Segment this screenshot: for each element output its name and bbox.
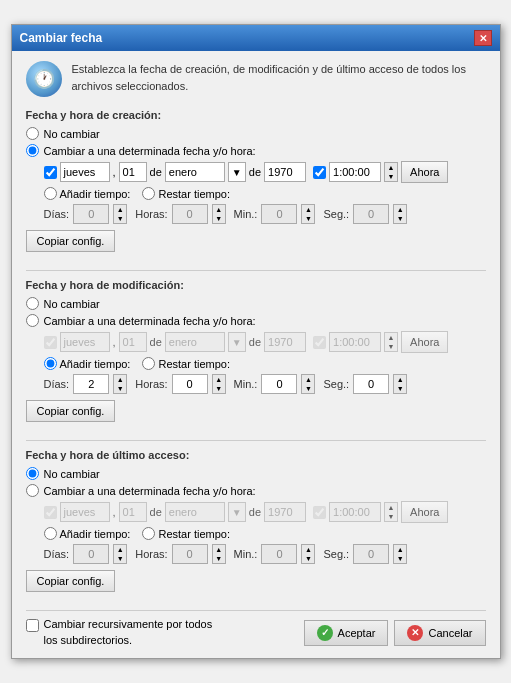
- creation-ahora-button[interactable]: Ahora: [401, 161, 448, 183]
- last-access-add-radio[interactable]: [44, 527, 57, 540]
- modification-change-to-radio[interactable]: [26, 314, 39, 327]
- modification-hours-spin-down[interactable]: ▼: [213, 384, 225, 393]
- modification-seg-spin[interactable]: ▲ ▼: [393, 374, 407, 394]
- last-access-seg-spin-up[interactable]: ▲: [394, 545, 406, 554]
- last-access-ahora-button[interactable]: Ahora: [401, 501, 448, 523]
- creation-seg-spin-down[interactable]: ▼: [394, 214, 406, 223]
- creation-change-to-radio[interactable]: [26, 144, 39, 157]
- modification-days-spin-down[interactable]: ▼: [114, 384, 126, 393]
- last-access-days-input[interactable]: [73, 544, 109, 564]
- creation-no-change-radio[interactable]: [26, 127, 39, 140]
- creation-month-field[interactable]: enero: [165, 162, 225, 182]
- modification-seg-spin-up[interactable]: ▲: [394, 375, 406, 384]
- last-access-change-to-label: Cambiar a una determinada fecha y/o hora…: [44, 485, 256, 497]
- creation-days-input[interactable]: [73, 204, 109, 224]
- last-access-days-spin-up[interactable]: ▲: [114, 545, 126, 554]
- creation-hours-input[interactable]: [172, 204, 208, 224]
- last-access-hours-spin[interactable]: ▲ ▼: [212, 544, 226, 564]
- modification-subtract-radio[interactable]: [142, 357, 155, 370]
- modification-hours-spin[interactable]: ▲ ▼: [212, 374, 226, 394]
- modification-seg-input[interactable]: [353, 374, 389, 394]
- last-access-day-num-field: 01: [119, 502, 147, 522]
- last-access-days-spin[interactable]: ▲ ▼: [113, 544, 127, 564]
- last-access-min-spin[interactable]: ▲ ▼: [301, 544, 315, 564]
- last-access-hours-spin-down[interactable]: ▼: [213, 554, 225, 563]
- creation-subtract-radio[interactable]: [142, 187, 155, 200]
- accept-button[interactable]: ✓ Aceptar: [304, 620, 389, 646]
- creation-days-spin-down[interactable]: ▼: [114, 214, 126, 223]
- creation-time-checkbox[interactable]: [313, 166, 326, 179]
- creation-time-spin-up[interactable]: ▲: [385, 163, 397, 172]
- last-access-time-checkbox: [313, 506, 326, 519]
- creation-min-spin-down[interactable]: ▼: [302, 214, 314, 223]
- modification-copy-button[interactable]: Copiar config.: [26, 400, 116, 422]
- creation-time-field[interactable]: 1:00:00: [329, 162, 381, 182]
- last-access-min-input[interactable]: [261, 544, 297, 564]
- creation-time-spin-down[interactable]: ▼: [385, 172, 397, 181]
- creation-min-input[interactable]: [261, 204, 297, 224]
- last-access-section: Fecha y hora de último acceso: No cambia…: [26, 449, 486, 600]
- header-area: 🕐 Establezca la fecha de creación, de mo…: [26, 61, 486, 97]
- modification-min-spin[interactable]: ▲ ▼: [301, 374, 315, 394]
- modification-min-label: Min.:: [234, 378, 258, 390]
- modification-min-input[interactable]: [261, 374, 297, 394]
- modification-date-checkbox[interactable]: [44, 336, 57, 349]
- modification-add-label: Añadir tiempo:: [60, 358, 131, 370]
- recursive-row: Cambiar recursivamente por todos los sub…: [26, 617, 214, 648]
- modification-hours-spin-up[interactable]: ▲: [213, 375, 225, 384]
- modification-days-input[interactable]: [73, 374, 109, 394]
- creation-hours-spin[interactable]: ▲ ▼: [212, 204, 226, 224]
- last-access-no-change-label: No cambiar: [44, 468, 100, 480]
- last-access-min-spin-up[interactable]: ▲: [302, 545, 314, 554]
- creation-add-radio[interactable]: [44, 187, 57, 200]
- last-access-days-spin-down[interactable]: ▼: [114, 554, 126, 563]
- last-access-month-dropdown: ▼: [228, 502, 246, 522]
- last-access-seg-input[interactable]: [353, 544, 389, 564]
- modification-seg-spin-down[interactable]: ▼: [394, 384, 406, 393]
- close-button[interactable]: ✕: [474, 30, 492, 46]
- creation-hours-spin-down[interactable]: ▼: [213, 214, 225, 223]
- modification-min-spin-down[interactable]: ▼: [302, 384, 314, 393]
- creation-copy-button[interactable]: Copiar config.: [26, 230, 116, 252]
- modification-hours-input[interactable]: [172, 374, 208, 394]
- last-access-subtract-radio[interactable]: [142, 527, 155, 540]
- creation-seg-spin[interactable]: ▲ ▼: [393, 204, 407, 224]
- modification-year-field: 1970: [264, 332, 306, 352]
- modification-day-num-field: 01: [119, 332, 147, 352]
- modification-add-radio[interactable]: [44, 357, 57, 370]
- cancel-button[interactable]: ✕ Cancelar: [394, 620, 485, 646]
- creation-time-spin[interactable]: ▲ ▼: [384, 162, 398, 182]
- last-access-hours-input[interactable]: [172, 544, 208, 564]
- last-access-min-spin-down[interactable]: ▼: [302, 554, 314, 563]
- creation-min-spin-up[interactable]: ▲: [302, 205, 314, 214]
- modification-min-spin-up[interactable]: ▲: [302, 375, 314, 384]
- last-access-copy-button[interactable]: Copiar config.: [26, 570, 116, 592]
- creation-date-checkbox[interactable]: [44, 166, 57, 179]
- last-access-change-to-radio[interactable]: [26, 484, 39, 497]
- last-access-seg-spin-down[interactable]: ▼: [394, 554, 406, 563]
- last-access-hours-spin-up[interactable]: ▲: [213, 545, 225, 554]
- creation-year-field[interactable]: 1970: [264, 162, 306, 182]
- modification-no-change-radio[interactable]: [26, 297, 39, 310]
- creation-month-dropdown[interactable]: ▼: [228, 162, 246, 182]
- creation-title: Fecha y hora de creación:: [26, 109, 486, 121]
- modification-ahora-button[interactable]: Ahora: [401, 331, 448, 353]
- creation-hours-spin-up[interactable]: ▲: [213, 205, 225, 214]
- modification-time-add-row: Días: ▲ ▼ Horas: ▲ ▼ Min.: ▲ ▼ Seg.: [44, 374, 486, 394]
- creation-seg-spin-up[interactable]: ▲: [394, 205, 406, 214]
- modification-days-spin-up[interactable]: ▲: [114, 375, 126, 384]
- creation-subtract-label: Restar tiempo:: [158, 188, 230, 200]
- creation-days-label: Días:: [44, 208, 70, 220]
- modification-seg-label: Seg.:: [323, 378, 349, 390]
- creation-day-name-field[interactable]: jueves: [60, 162, 110, 182]
- last-access-seg-spin[interactable]: ▲ ▼: [393, 544, 407, 564]
- last-access-no-change-radio[interactable]: [26, 467, 39, 480]
- creation-seg-input[interactable]: [353, 204, 389, 224]
- recursive-checkbox[interactable]: [26, 619, 39, 632]
- modification-days-spin[interactable]: ▲ ▼: [113, 374, 127, 394]
- creation-days-spin[interactable]: ▲ ▼: [113, 204, 127, 224]
- creation-day-num-field[interactable]: 01: [119, 162, 147, 182]
- creation-days-spin-up[interactable]: ▲: [114, 205, 126, 214]
- creation-no-change-row: No cambiar: [26, 127, 486, 140]
- creation-min-spin[interactable]: ▲ ▼: [301, 204, 315, 224]
